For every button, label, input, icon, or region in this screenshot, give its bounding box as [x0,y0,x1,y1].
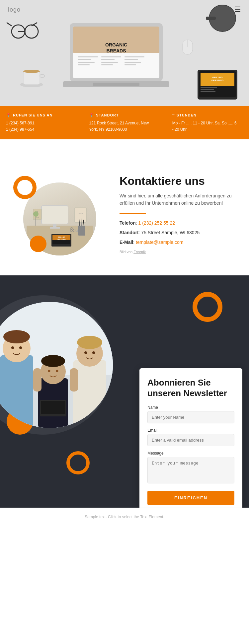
contact-section: a b c d Diary GRILLED DRESSING [0,159,249,275]
svg-point-82 [84,351,87,354]
svg-text:GRILLED: GRILLED [58,236,65,238]
contact-divider [120,213,146,214]
navigation: logo ☰ [0,0,249,19]
contact-phone: Telefon: 1 (232) 252 55 22 [120,220,236,227]
svg-rect-18 [78,59,91,60]
message-label: Message [147,451,234,456]
name-label: Name [147,405,234,410]
svg-rect-24 [78,64,90,65]
location-icon: 📍 [89,113,94,117]
info-card-phone-body: 1 (234) 567-891, 1 (234) 987-654 [6,120,77,133]
info-cards: 📍 RUFEN SIE UNS AN 1 (234) 567-891, 1 (2… [0,106,249,139]
contact-left: a b c d Diary GRILLED DRESSING [13,173,106,255]
name-field-group: Name [147,405,234,423]
svg-rect-17 [124,56,144,57]
svg-rect-2 [23,71,40,85]
newsletter-card: Abonnieren Sie unseren Newsletter Name E… [139,368,242,508]
svg-point-3 [23,70,40,73]
svg-point-74 [41,355,65,367]
svg-rect-79 [73,360,106,428]
menu-icon[interactable]: ☰ [234,5,241,14]
email-input[interactable] [147,434,234,446]
contact-description: Wir sind hier, um alle geschäftlichen An… [120,192,236,207]
name-input[interactable] [147,411,234,423]
svg-point-75 [48,370,50,372]
svg-rect-56 [78,226,85,236]
contact-title: Kontaktiere uns [120,175,236,187]
info-card-location: 📍 STANDORT 121 Rock Street, 21 Avenue, N… [83,106,166,139]
svg-rect-20 [124,59,138,60]
dark-ring-bottom [66,451,90,474]
svg-text:&: & [70,226,74,233]
message-field-group: Message [147,451,234,485]
svg-rect-19 [101,59,115,60]
info-card-hours-body: Mo - Fr ..... 11 - 20 Uhr, Sa. So ..... … [172,120,243,133]
svg-rect-23 [124,62,141,63]
svg-rect-44 [50,227,60,229]
svg-rect-25 [101,64,113,65]
svg-rect-16 [101,56,121,57]
svg-rect-21 [78,62,95,63]
info-card-phone: 📍 RUFEN SIE UNS AN 1 (234) 567-891, 1 (2… [0,106,83,139]
deco-ring-top-left [13,176,37,199]
footer: Sample text. Click to select the Text El… [0,508,249,526]
footer-text: Sample text. Click to select the Text El… [85,515,164,519]
svg-point-63 [33,211,39,217]
info-card-location-body: 121 Rock Street, 21 Avenue, New York, NY… [89,120,160,133]
svg-point-76 [56,370,58,372]
dark-section: Abonnieren Sie unseren Newsletter Name E… [0,275,249,508]
svg-text:GRILLED: GRILLED [212,76,223,79]
svg-rect-15 [78,56,98,57]
svg-rect-42 [42,206,68,224]
svg-text:DRESSING: DRESSING [57,239,66,241]
svg-rect-43 [53,224,56,227]
dark-ring-top-right [193,292,222,322]
svg-text:M: M [75,229,78,233]
newsletter-title: Abonnieren Sie unseren Newsletter [147,378,234,398]
logo: logo [8,6,21,13]
svg-text:DRESSING: DRESSING [211,79,224,82]
svg-text:c d: c d [36,216,39,219]
email-field-group: Email [147,428,234,446]
svg-rect-78 [41,401,65,414]
email-label: Email [147,428,234,433]
contact-right: Kontaktiere uns Wir sind hier, um alle g… [106,175,236,254]
contact-location: Standort: 75 Street Sample, WI 63025 [120,229,236,236]
submit-button[interactable]: EINREICHEN [147,491,234,505]
svg-rect-22 [101,62,118,63]
svg-rect-49 [75,207,86,222]
svg-rect-26 [124,64,136,65]
svg-point-70 [11,346,14,349]
hours-icon: ~ [172,113,175,117]
svg-rect-28 [93,83,139,86]
svg-line-58 [81,218,81,226]
contact-email: E-Mail: template@sample.com [120,239,236,246]
contact-freepik: Bild von Freepik [120,250,236,254]
svg-point-71 [19,346,22,349]
info-card-hours-title: ~ STUNDEN [172,113,243,117]
svg-rect-40 [201,91,215,92]
svg-point-69 [3,330,30,343]
svg-text:BREADS: BREADS [106,48,126,53]
svg-point-81 [77,336,102,349]
info-card-hours: ~ STUNDEN Mo - Fr ..... 11 - 20 Uhr, Sa.… [166,106,249,139]
svg-text:ORGANIC: ORGANIC [105,42,127,47]
info-card-location-title: 📍 STANDORT [89,113,160,117]
message-textarea[interactable] [147,457,234,483]
svg-text:Diary: Diary [78,212,83,215]
phone-icon: 📍 [6,113,11,117]
svg-point-83 [92,351,95,354]
svg-rect-85 [70,368,78,392]
info-card-phone-title: 📍 RUFEN SIE UNS AN [6,113,77,117]
svg-rect-39 [201,89,214,90]
svg-rect-84 [33,368,42,392]
svg-rect-38 [201,87,217,88]
